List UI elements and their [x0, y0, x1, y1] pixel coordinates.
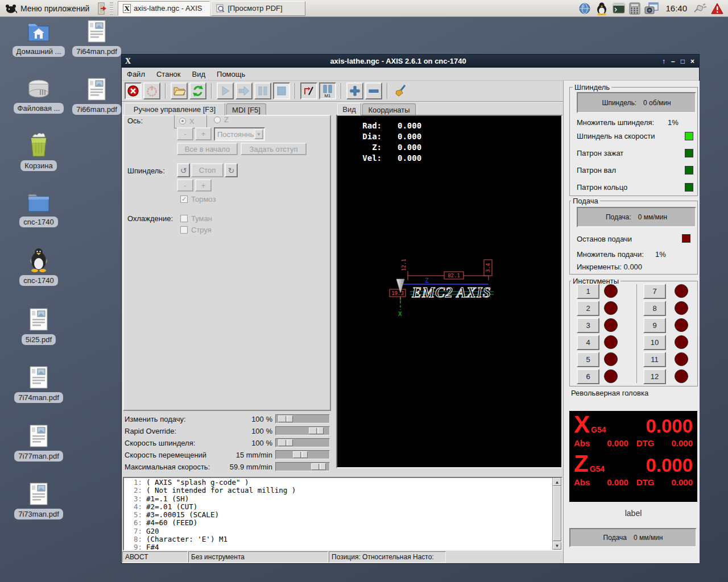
- feed-override-slider[interactable]: [275, 414, 330, 423]
- brake-checkbox[interactable]: ✓ Тормоз: [180, 195, 216, 203]
- desktop-icon-home[interactable]: Домашний ...: [9, 19, 68, 57]
- max-velocity-slider[interactable]: [275, 462, 330, 471]
- tool-button-7[interactable]: 7: [643, 284, 666, 299]
- spindle-minus-button[interactable]: -: [177, 179, 193, 192]
- slider-handle[interactable]: [278, 415, 293, 422]
- warning-icon[interactable]: [711, 3, 723, 14]
- gcode-line[interactable]: 5:#3=.00015 (SCALE): [125, 511, 560, 519]
- menu-file[interactable]: Файл: [127, 70, 145, 78]
- spindle-ccw-button[interactable]: ↺: [177, 163, 190, 177]
- gcode-line[interactable]: 4:#2=.01 (CUT): [125, 503, 560, 511]
- taskbar-grip[interactable]: [110, 2, 113, 15]
- desktop-icon-trash[interactable]: Корзина: [9, 131, 68, 171]
- menu-help[interactable]: Помощь: [217, 70, 245, 78]
- minimize-button[interactable]: –: [671, 57, 675, 65]
- taskbar-window-pdf[interactable]: [Просмотр PDF]: [211, 1, 305, 16]
- slider-handle[interactable]: [309, 427, 324, 434]
- rapid-override-slider[interactable]: [275, 426, 330, 435]
- clear-plot-button[interactable]: [392, 82, 410, 99]
- spindle-override-slider[interactable]: [275, 438, 330, 447]
- scroll-up-arrow[interactable]: ▲: [553, 478, 561, 486]
- desktop-icon-7i66man[interactable]: 7i66man.pdf: [67, 77, 126, 115]
- gcode-line[interactable]: 6:#4=60 (FEED): [125, 519, 560, 527]
- desktop-icon-5i25[interactable]: 5i25.pdf: [9, 307, 68, 345]
- tool-button-6[interactable]: 6: [577, 369, 599, 384]
- stop-program-button[interactable]: [273, 82, 290, 99]
- logout-icon[interactable]: [96, 2, 107, 15]
- spindle-plus-button[interactable]: +: [195, 179, 212, 192]
- plug-icon[interactable]: [693, 3, 707, 14]
- tab-manual-control[interactable]: Ручное управление [F3]: [124, 103, 225, 115]
- menu-machine[interactable]: Станок: [156, 70, 181, 78]
- terminal-icon[interactable]: [613, 2, 625, 15]
- desktop-icon-filesystem[interactable]: Файловая ...: [9, 77, 68, 114]
- tool-button-4[interactable]: 4: [577, 335, 599, 350]
- desktop-icon-cnc1740-folder[interactable]: cnc-1740: [9, 191, 68, 227]
- maximize-button[interactable]: □: [681, 57, 685, 65]
- tool-button-8[interactable]: 8: [643, 301, 666, 316]
- machine-power-button[interactable]: [143, 82, 160, 99]
- clock[interactable]: 16:40: [663, 3, 689, 13]
- scroll-down-arrow[interactable]: ▼: [553, 542, 561, 550]
- slider-handle[interactable]: [293, 451, 308, 458]
- preview-canvas[interactable]: Rad:0.000 Dia:0.000 Z:0.000 Vel:0.000 82…: [336, 115, 562, 468]
- skip-lines-toggle[interactable]: [300, 82, 317, 99]
- run-step-button[interactable]: [235, 82, 253, 99]
- window-titlebar[interactable]: X axis-lathe.ngc - AXIS 2.6.1 on cnc-174…: [122, 55, 699, 68]
- touch-off-button[interactable]: Задать отступ: [241, 143, 307, 155]
- tab-preview[interactable]: Вид: [337, 103, 361, 115]
- desktop-icon-cnc1740-app[interactable]: cnc-1740: [9, 246, 68, 286]
- desktop-icon-7i64man[interactable]: 7i64man.pdf: [67, 19, 126, 57]
- tool-button-2[interactable]: 2: [577, 301, 599, 316]
- taskbar-window-axis[interactable]: X axis-lathe.ngc - AXIS 2.6...: [118, 1, 210, 16]
- tab-mdi[interactable]: MDI [F5]: [226, 103, 266, 115]
- gcode-line[interactable]: 7:G20: [125, 527, 560, 535]
- tool-button-1[interactable]: 1: [577, 284, 599, 299]
- slider-handle[interactable]: [311, 463, 326, 470]
- gcode-scrollbar[interactable]: ▲ ▼: [552, 478, 561, 550]
- open-file-button[interactable]: [171, 82, 188, 99]
- scrollbar-thumb[interactable]: [553, 486, 561, 541]
- axis-x-radio[interactable]: X: [174, 114, 207, 128]
- slider-handle[interactable]: [278, 439, 293, 446]
- jog-minus-button[interactable]: -: [177, 127, 193, 140]
- jog-plus-button[interactable]: +: [195, 127, 212, 140]
- reload-file-button[interactable]: [189, 82, 206, 99]
- gcode-line[interactable]: 9:F#4: [125, 543, 560, 551]
- zoom-in-button[interactable]: [346, 82, 363, 99]
- pause-program-button[interactable]: [254, 82, 271, 99]
- shade-button[interactable]: ↑: [662, 57, 665, 65]
- tool-button-12[interactable]: 12: [643, 369, 666, 384]
- spindle-cw-button[interactable]: ↻: [225, 163, 238, 177]
- flood-checkbox[interactable]: Струя: [180, 226, 212, 234]
- axis-z-radio[interactable]: Z: [214, 115, 229, 124]
- gcode-line[interactable]: 8:(Character: 'E') M1: [125, 535, 560, 543]
- applications-menu-button[interactable]: Меню приложений: [0, 0, 94, 17]
- gcode-listing[interactable]: 1:( AXIS "splash g-code" ) 2:( Not inten…: [123, 477, 562, 551]
- optional-pause-toggle[interactable]: M1: [319, 82, 336, 99]
- zoom-out-button[interactable]: [365, 82, 382, 99]
- desktop-icon-7i73man[interactable]: 7i73man.pdf: [9, 482, 68, 519]
- screenshot-icon[interactable]: [644, 2, 659, 15]
- run-program-button[interactable]: [217, 82, 234, 99]
- gcode-line[interactable]: 1:( AXIS "splash g-code" ): [125, 479, 560, 487]
- mist-checkbox[interactable]: Туман: [180, 214, 212, 223]
- tool-button-10[interactable]: 10: [643, 335, 666, 350]
- jog-speed-slider[interactable]: [275, 450, 330, 459]
- gcode-line[interactable]: 2:( Not intended for actual milling ): [125, 487, 560, 494]
- tool-button-11[interactable]: 11: [643, 352, 666, 367]
- spindle-stop-button[interactable]: Стоп: [191, 163, 224, 177]
- menu-view[interactable]: Вид: [192, 70, 206, 78]
- estop-button[interactable]: [125, 82, 142, 99]
- tool-button-5[interactable]: 5: [577, 352, 599, 367]
- desktop-icon-7i74man[interactable]: 7i74man.pdf: [9, 365, 68, 403]
- desktop-icon-7i77man[interactable]: 7i77man.pdf: [9, 424, 68, 462]
- close-button[interactable]: ×: [690, 57, 694, 65]
- tab-dro[interactable]: Координаты: [362, 103, 416, 115]
- tool-button-3[interactable]: 3: [577, 318, 599, 333]
- tux-icon[interactable]: [595, 2, 609, 15]
- network-globe-icon[interactable]: [578, 2, 591, 15]
- home-all-button[interactable]: Все в начало: [177, 143, 238, 155]
- calculator-icon[interactable]: [629, 2, 640, 15]
- tool-button-9[interactable]: 9: [643, 318, 666, 333]
